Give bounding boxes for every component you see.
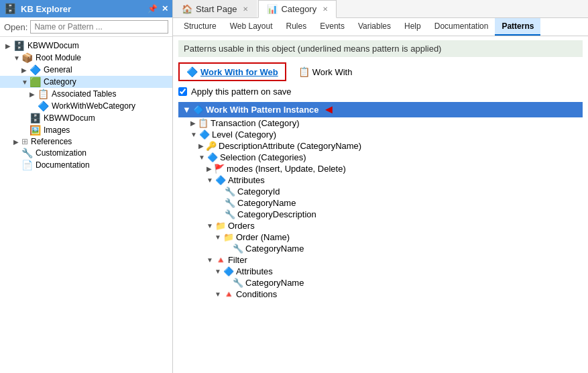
assoctables-label: Associated Tables bbox=[52, 89, 117, 99]
nav-tab-patterns[interactable]: Patterns bbox=[495, 18, 540, 36]
pattern-tab-workwith[interactable]: 📋 Work With bbox=[290, 62, 361, 81]
tree-item-general[interactable]: ▶ 🔷 General bbox=[0, 64, 172, 76]
tree-item-assoctables[interactable]: ▶ 📋 Associated Tables bbox=[0, 88, 172, 100]
category-close-button[interactable]: ✕ bbox=[322, 5, 328, 13]
nav-tab-variables[interactable]: Variables bbox=[351, 18, 398, 36]
images-icon: 🖼️ bbox=[30, 125, 41, 136]
nav-tab-documentation[interactable]: Documentation bbox=[428, 18, 495, 36]
category-icon: 🟩 bbox=[30, 76, 41, 87]
wwforweb-label: Work With for Web bbox=[200, 67, 278, 77]
arrow-references: ▶ bbox=[13, 138, 21, 146]
ct-item-modes[interactable]: ▶ 🚩 modes (Insert, Update, Delete) bbox=[178, 163, 583, 174]
search-input[interactable] bbox=[30, 20, 168, 34]
ct-item-wwpi[interactable]: ▼ 🔷 Work With Pattern Instance ◄ bbox=[178, 102, 583, 117]
tree-item-category[interactable]: ▼ 🟩 Category bbox=[0, 76, 172, 88]
order-label: Order (Name) bbox=[236, 232, 290, 242]
nav-tab-events[interactable]: Events bbox=[313, 18, 351, 36]
kbwwdocum1-icon: 🗄️ bbox=[13, 40, 25, 51]
images-label: Images bbox=[44, 125, 70, 135]
ct-item-level[interactable]: ▼ 🔷 Level (Category) bbox=[178, 129, 583, 140]
ct-item-order[interactable]: ▼ 📁 Order (Name) bbox=[178, 231, 583, 243]
arrow-category: ▼ bbox=[21, 78, 30, 86]
ct-item-filter[interactable]: ▼ 🔺 Filter bbox=[178, 254, 583, 266]
close-panel-button[interactable]: ✕ bbox=[162, 4, 168, 13]
references-icon: ⊞ bbox=[21, 137, 28, 146]
customization-icon: 🔧 bbox=[21, 148, 33, 158]
ct-item-attributes2[interactable]: ▼ 🔷 Attributes bbox=[178, 266, 583, 277]
general-label: General bbox=[44, 65, 72, 74]
rootmodule-icon: 📦 bbox=[21, 52, 33, 63]
kb-explorer-title: KB Explorer bbox=[21, 4, 71, 14]
pattern-tab-workwithforweb[interactable]: 🔷 Work With for Web bbox=[178, 62, 286, 81]
ct-item-categorydesc[interactable]: 🔧 CategoryDescription bbox=[178, 209, 583, 220]
categoryname3-icon: 🔧 bbox=[233, 278, 243, 288]
ct-item-attributes1[interactable]: ▼ 🔷 Attributes bbox=[178, 174, 583, 186]
content-tree: ▼ 🔷 Work With Pattern Instance ◄ ▶ 📋 Tra… bbox=[178, 102, 583, 300]
nav-tab-help[interactable]: Help bbox=[398, 18, 428, 36]
patterns-info-text: Patterns usable in this object (underlin… bbox=[184, 44, 441, 54]
tree-item-rootmodule[interactable]: ▼ 📦 Root Module bbox=[0, 52, 172, 64]
right-panel: 🏠 Start Page ✕ 📊 Category ✕ Structure We… bbox=[173, 0, 588, 373]
tab-category[interactable]: 📊 Category ✕ bbox=[258, 0, 337, 18]
conditions-label: Conditions bbox=[236, 289, 277, 299]
tree-item-documentation[interactable]: 📄 Documentation bbox=[0, 159, 172, 171]
patterns-info-bar: Patterns usable in this object (underlin… bbox=[178, 40, 583, 57]
selection-icon: 🔷 bbox=[207, 152, 218, 162]
ct-item-categoryname1[interactable]: 🔧 CategoryName bbox=[178, 197, 583, 209]
content-area: Patterns usable in this object (underlin… bbox=[173, 36, 588, 373]
startpage-tab-icon: 🏠 bbox=[182, 4, 192, 14]
ww-label: Work With bbox=[312, 67, 353, 77]
nav-tab-rules[interactable]: Rules bbox=[280, 18, 314, 36]
filter-label: Filter bbox=[228, 255, 247, 265]
apply-pattern-label: Apply this pattern on save bbox=[191, 87, 292, 97]
kb-explorer-header: 🗄️ KB Explorer 📌 ✕ bbox=[0, 0, 172, 17]
startpage-close-button[interactable]: ✕ bbox=[243, 5, 248, 13]
assoctables-icon: 📋 bbox=[38, 89, 49, 99]
ct-item-descattr[interactable]: ▶ 🔑 DescriptionAttribute (CategoryName) bbox=[178, 140, 583, 152]
pattern-tabs-row: 🔷 Work With for Web 📋 Work With bbox=[178, 62, 583, 81]
ct-item-categoryname2[interactable]: 🔧 CategoryName bbox=[178, 243, 583, 254]
wwforweb-icon: 🔷 bbox=[186, 66, 198, 77]
categorydesc-icon: 🔧 bbox=[225, 209, 235, 219]
categoryid-label: CategoryId bbox=[237, 186, 280, 197]
tree-item-kbwwdocum1[interactable]: ▶ 🗄️ KBWWDocum bbox=[0, 40, 172, 52]
ct-item-selection[interactable]: ▼ 🔷 Selection (Categories) bbox=[178, 152, 583, 163]
documentation-icon: 📄 bbox=[21, 160, 33, 170]
ct-item-categoryname3[interactable]: 🔧 CategoryName bbox=[178, 277, 583, 288]
kbwwdocum2-icon: 🗄️ bbox=[30, 113, 41, 123]
ct-item-categoryid[interactable]: 🔧 CategoryId bbox=[178, 186, 583, 197]
tree-item-customization[interactable]: 🔧 Customization bbox=[0, 147, 172, 159]
tree-item-references[interactable]: ▶ ⊞ References bbox=[0, 136, 172, 147]
pin-icon[interactable]: 📌 bbox=[148, 4, 158, 13]
ct-item-transaction[interactable]: ▶ 📋 Transaction (Category) bbox=[178, 117, 583, 129]
nav-tabs: Structure Web Layout Rules Events Variab… bbox=[173, 18, 588, 36]
wwpi-label: Work With Pattern Instance bbox=[206, 105, 319, 115]
categorydesc-label: CategoryDescription bbox=[237, 209, 316, 219]
transaction-icon: 📋 bbox=[198, 118, 209, 128]
tree-item-kbwwdocum2[interactable]: 🗄️ KBWWDocum bbox=[0, 112, 172, 124]
order-icon: 📁 bbox=[223, 232, 234, 242]
open-label: Open: bbox=[4, 22, 27, 32]
modes-label: modes (Insert, Update, Delete) bbox=[227, 164, 346, 174]
ct-item-conditions[interactable]: ▼ 🔺 Conditions bbox=[178, 288, 583, 300]
nav-tab-structure[interactable]: Structure bbox=[177, 18, 223, 36]
category-tab-icon: 📊 bbox=[267, 4, 278, 14]
attributes2-icon: 🔷 bbox=[223, 266, 234, 276]
ct-item-orders[interactable]: ▼ 📁 Orders bbox=[178, 220, 583, 231]
rootmodule-label: Root Module bbox=[36, 53, 81, 62]
attributes2-label: Attributes bbox=[236, 266, 273, 276]
tab-bar: 🏠 Start Page ✕ 📊 Category ✕ bbox=[173, 0, 588, 18]
arrow-assoctables: ▶ bbox=[30, 91, 38, 98]
nav-tab-weblayout[interactable]: Web Layout bbox=[223, 18, 280, 36]
categoryid-icon: 🔧 bbox=[225, 186, 235, 197]
apply-pattern-checkbox[interactable] bbox=[178, 87, 187, 96]
kb-icon: 🗄️ bbox=[4, 3, 17, 15]
search-bar: Open: bbox=[0, 17, 172, 37]
tree-item-workwithweb[interactable]: 🔷 WorkWithWebCategory bbox=[0, 100, 172, 112]
level-icon: 🔷 bbox=[199, 129, 210, 140]
level-label: Level (Category) bbox=[212, 129, 276, 140]
tree-item-images[interactable]: 🖼️ Images bbox=[0, 124, 172, 136]
transaction-label: Transaction (Category) bbox=[211, 118, 299, 128]
category-label: Category bbox=[44, 77, 76, 87]
tab-startpage[interactable]: 🏠 Start Page ✕ bbox=[173, 0, 257, 17]
